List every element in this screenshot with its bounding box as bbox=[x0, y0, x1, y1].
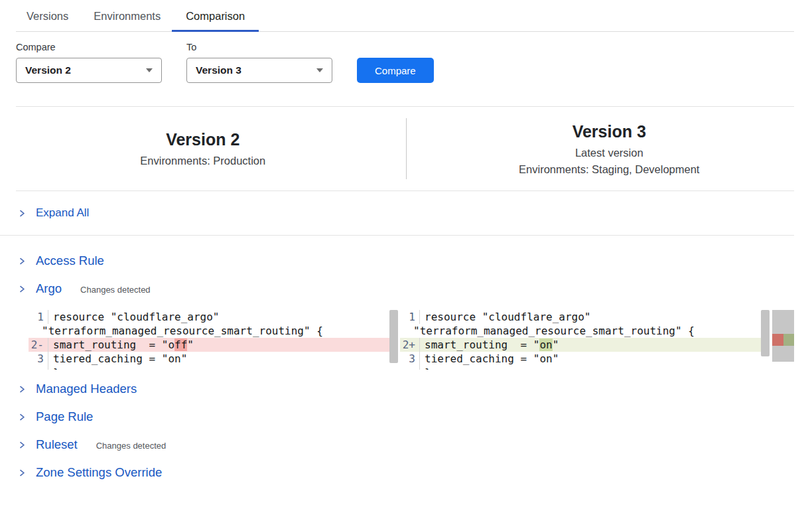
line-number: 1 bbox=[29, 310, 48, 324]
scrollbar[interactable] bbox=[761, 310, 770, 356]
code-text: "terraform_managed_resource_smart_routin… bbox=[413, 324, 695, 338]
diff-line-wrap: "terraform_managed_resource_smart_routin… bbox=[29, 324, 398, 338]
diff-editor-right[interactable]: 1 resource "cloudflare_argo" "terraform_… bbox=[400, 310, 770, 370]
code-text: tiered_caching = "on" bbox=[48, 352, 187, 366]
version-headers: Version 2 Environments: Production Versi… bbox=[0, 107, 812, 190]
section-label: Argo bbox=[36, 281, 62, 296]
chevron-right-icon bbox=[18, 469, 26, 477]
diff-line-added: 2+ smart_routing = "on" bbox=[400, 338, 770, 352]
code-text: tiered_caching = "on" bbox=[420, 352, 559, 366]
section-label: Zone Settings Override bbox=[36, 465, 162, 480]
line-number bbox=[400, 366, 420, 370]
active-tab-underline bbox=[172, 30, 259, 32]
diff-line-removed: 2- smart_routing = "off" bbox=[29, 338, 398, 352]
removed-token: ff bbox=[174, 338, 187, 351]
tab-bar: Versions Environments Comparison bbox=[16, 0, 794, 32]
version-panel-right: Version 3 Latest version Environments: S… bbox=[407, 122, 812, 176]
ruler-removed-marker bbox=[772, 334, 783, 346]
compare-button[interactable]: Compare bbox=[357, 58, 434, 83]
version-left-environments: Environments: Production bbox=[0, 155, 406, 167]
diff-line-wrap: "terraform_managed_resource_smart_routin… bbox=[400, 324, 770, 338]
compare-to-label: To bbox=[186, 42, 332, 52]
changes-detected-badge: Changes detected bbox=[80, 283, 151, 295]
version-panel-left: Version 2 Environments: Production bbox=[0, 130, 406, 167]
diff-line: 1 resource "cloudflare_argo" bbox=[29, 310, 398, 324]
compare-to-value: Version 3 bbox=[196, 64, 241, 76]
chevron-right-icon bbox=[18, 285, 26, 293]
chevron-right-icon bbox=[18, 413, 26, 421]
diff-line: 1 resource "cloudflare_argo" bbox=[400, 310, 770, 324]
section-zone-settings-override[interactable]: Zone Settings Override bbox=[18, 463, 812, 482]
code-text: smart_routing = "off" bbox=[48, 338, 194, 352]
diff-overview-ruler[interactable] bbox=[772, 310, 794, 362]
tab-environments[interactable]: Environments bbox=[94, 0, 161, 31]
scrollbar[interactable] bbox=[389, 310, 398, 363]
compare-from-select[interactable]: Version 2 bbox=[16, 58, 162, 83]
chevron-right-icon bbox=[18, 257, 26, 265]
tab-comparison[interactable]: Comparison bbox=[186, 0, 245, 31]
argo-diff-viewer: 1 resource "cloudflare_argo" "terraform_… bbox=[29, 310, 794, 370]
chevron-right-icon bbox=[18, 209, 26, 218]
code-text: smart_routing = "on" bbox=[420, 338, 559, 352]
compare-from-value: Version 2 bbox=[25, 64, 71, 76]
section-managed-headers[interactable]: Managed Headers bbox=[18, 380, 812, 398]
added-token: on bbox=[539, 338, 552, 351]
tab-versions[interactable]: Versions bbox=[27, 0, 68, 31]
section-label: Access Rule bbox=[36, 254, 104, 268]
code-text: resource "cloudflare_argo" bbox=[48, 310, 219, 324]
version-right-environments: Environments: Staging, Development bbox=[407, 163, 812, 176]
section-label: Page Rule bbox=[36, 410, 93, 424]
tab-comparison-label: Comparison bbox=[186, 10, 245, 22]
line-number: 1 bbox=[400, 310, 420, 324]
line-number: 3 bbox=[29, 352, 48, 366]
compare-to-group: To Version 3 bbox=[186, 42, 332, 83]
expand-all-label: Expand All bbox=[36, 206, 89, 220]
line-number: 3 bbox=[400, 352, 420, 366]
diff-line: } bbox=[29, 366, 398, 370]
tab-environments-label: Environments bbox=[94, 10, 161, 22]
version-left-title: Version 2 bbox=[0, 130, 406, 149]
code-text: } bbox=[48, 366, 60, 370]
dropdown-caret-icon bbox=[316, 68, 323, 72]
chevron-right-icon bbox=[18, 441, 26, 449]
section-ruleset[interactable]: Ruleset Changes detected bbox=[18, 435, 812, 454]
line-number: 2+ bbox=[400, 338, 420, 352]
diff-line: } bbox=[400, 366, 770, 370]
code-text: resource "cloudflare_argo" bbox=[420, 310, 590, 324]
section-label: Ruleset bbox=[36, 437, 78, 452]
section-page-rule[interactable]: Page Rule bbox=[18, 408, 812, 426]
version-right-title: Version 3 bbox=[407, 122, 812, 141]
section-label: Managed Headers bbox=[36, 382, 137, 396]
tab-versions-label: Versions bbox=[27, 10, 68, 22]
comparison-page: Versions Environments Comparison Compare… bbox=[0, 0, 812, 523]
dropdown-caret-icon bbox=[146, 68, 153, 72]
line-number bbox=[29, 366, 48, 370]
section-access-rule[interactable]: Access Rule bbox=[18, 252, 812, 270]
compare-from-label: Compare bbox=[16, 42, 162, 52]
expand-all-button[interactable]: Expand All bbox=[0, 191, 794, 236]
compare-to-select[interactable]: Version 3 bbox=[186, 58, 332, 83]
changes-detected-badge: Changes detected bbox=[96, 439, 167, 451]
code-text: } bbox=[420, 366, 431, 370]
diff-line: 3 tiered_caching = "on" bbox=[400, 352, 770, 366]
compare-from-group: Compare Version 2 bbox=[16, 42, 162, 83]
code-text: "terraform_managed_resource_smart_routin… bbox=[42, 324, 323, 338]
diff-line: 3 tiered_caching = "on" bbox=[29, 352, 398, 366]
line-number: 2- bbox=[29, 338, 48, 352]
chevron-right-icon bbox=[18, 385, 26, 394]
diff-editor-left[interactable]: 1 resource "cloudflare_argo" "terraform_… bbox=[29, 310, 398, 370]
ruler-added-marker bbox=[783, 334, 794, 346]
section-argo[interactable]: Argo Changes detected bbox=[18, 279, 812, 298]
compare-form: Compare Version 2 To Version 3 Compare bbox=[16, 42, 812, 83]
version-right-latest: Latest version bbox=[407, 147, 812, 159]
